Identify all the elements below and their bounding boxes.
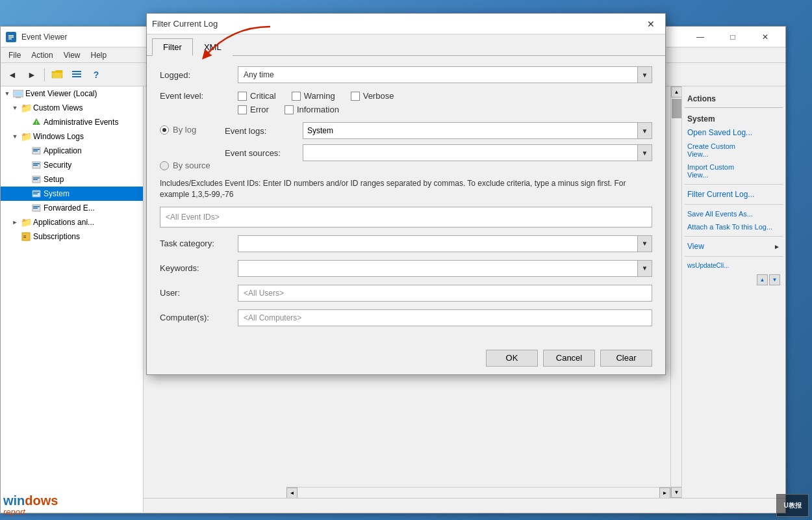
event-level-label: Event level:	[160, 91, 238, 101]
event-sources-label: Event sources:	[225, 148, 303, 158]
dialog-footer: OK Cancel Clear	[147, 344, 665, 374]
user-placeholder: <All Users>	[244, 289, 284, 298]
task-category-label: Task category:	[160, 239, 238, 248]
filter-dialog: Filter Current Log ✕ Filter XML	[146, 13, 666, 375]
clear-button[interactable]: Clear	[600, 350, 652, 367]
log-source-fields: Event logs: System ▼ Event sources: ▼	[225, 122, 652, 166]
radio-by-source[interactable]: By source	[160, 161, 225, 170]
dialog-body: Logged: Any time ▼ Event level: Critical	[147, 56, 665, 344]
critical-checkbox-box[interactable]	[238, 92, 247, 101]
logged-label: Logged:	[160, 70, 238, 80]
event-logs-dropdown[interactable]: System ▼	[303, 122, 652, 139]
information-checkbox-box[interactable]	[285, 105, 294, 114]
by-log-label: By log	[173, 125, 196, 135]
task-category-dropdown[interactable]: ▼	[238, 235, 652, 252]
logged-value: Any time	[241, 70, 274, 79]
radio-group: By log By source	[160, 122, 225, 170]
checkbox-row-1: Critical Warning Verbose	[238, 91, 652, 101]
computer-row: Computer(s): <All Computers>	[160, 309, 652, 326]
error-checkbox-box[interactable]	[238, 105, 247, 114]
by-log-radio-dot	[162, 128, 166, 132]
cancel-button[interactable]: Cancel	[543, 350, 595, 367]
computer-input[interactable]: <All Computers>	[238, 309, 652, 326]
logged-dropdown[interactable]: Any time ▼	[238, 66, 652, 83]
tab-xml-label: XML	[204, 42, 222, 52]
dialog-overlay: Filter Current Log ✕ Filter XML	[0, 0, 812, 520]
computer-label: Computer(s):	[160, 313, 238, 322]
radio-by-log[interactable]: By log	[160, 125, 225, 135]
information-label: Information	[297, 105, 339, 114]
warning-checkbox-box[interactable]	[292, 92, 301, 101]
dialog-title-text: Filter Current Log	[152, 19, 218, 29]
description-text: Includes/Excludes Event IDs: Enter ID nu…	[160, 178, 652, 200]
keywords-label: Keywords:	[160, 263, 238, 273]
user-input[interactable]: <All Users>	[238, 285, 652, 302]
dialog-titlebar: Filter Current Log ✕	[147, 14, 665, 34]
task-category-row: Task category: ▼	[160, 235, 652, 252]
checkbox-critical[interactable]: Critical	[238, 91, 276, 101]
event-level-checkboxes: Critical Warning Verbose	[238, 91, 652, 114]
event-sources-arrow[interactable]: ▼	[637, 145, 652, 161]
computer-placeholder: <All Computers>	[244, 313, 301, 322]
error-label: Error	[250, 105, 269, 114]
event-logs-value: System	[303, 126, 333, 135]
event-logs-label: Event logs:	[225, 126, 303, 136]
checkbox-verbose[interactable]: Verbose	[351, 91, 394, 101]
checkbox-row-2: Error Information	[238, 105, 652, 114]
checkbox-warning[interactable]: Warning	[292, 91, 335, 101]
task-category-arrow[interactable]: ▼	[637, 236, 652, 252]
tab-filter[interactable]: Filter	[152, 38, 193, 56]
logged-row: Logged: Any time ▼	[160, 66, 652, 83]
tab-filter-label: Filter	[163, 42, 182, 52]
user-label: User:	[160, 288, 238, 298]
keywords-row: Keywords: ▼	[160, 260, 652, 277]
logged-dropdown-arrow[interactable]: ▼	[637, 67, 652, 83]
keywords-arrow[interactable]: ▼	[637, 261, 652, 276]
log-source-section: By log By source Event logs: System ▼	[160, 122, 652, 170]
by-source-label: By source	[173, 161, 210, 170]
event-ids-input[interactable]: <All Event IDs>	[160, 207, 652, 228]
user-row: User: <All Users>	[160, 285, 652, 302]
event-level-row: Event level: Critical Warning	[160, 91, 652, 114]
event-logs-row: Event logs: System ▼	[225, 122, 652, 139]
event-logs-arrow[interactable]: ▼	[637, 123, 652, 138]
verbose-label: Verbose	[363, 91, 394, 101]
critical-label: Critical	[250, 91, 276, 101]
event-sources-row: Event sources: ▼	[225, 144, 652, 161]
by-source-radio-circle[interactable]	[160, 161, 169, 170]
verbose-checkbox-box[interactable]	[351, 92, 360, 101]
warning-label: Warning	[304, 91, 335, 101]
dialog-close-btn[interactable]: ✕	[642, 15, 660, 33]
dialog-tabs: Filter XML	[147, 34, 665, 56]
event-ids-placeholder: <All Event IDs>	[166, 213, 220, 222]
event-sources-dropdown[interactable]: ▼	[303, 144, 652, 161]
keywords-dropdown[interactable]: ▼	[238, 260, 652, 277]
checkbox-error[interactable]: Error	[238, 105, 269, 114]
by-log-radio-circle[interactable]	[160, 125, 169, 135]
checkbox-information[interactable]: Information	[285, 105, 339, 114]
tab-xml[interactable]: XML	[193, 38, 233, 56]
ok-button[interactable]: OK	[486, 350, 538, 367]
